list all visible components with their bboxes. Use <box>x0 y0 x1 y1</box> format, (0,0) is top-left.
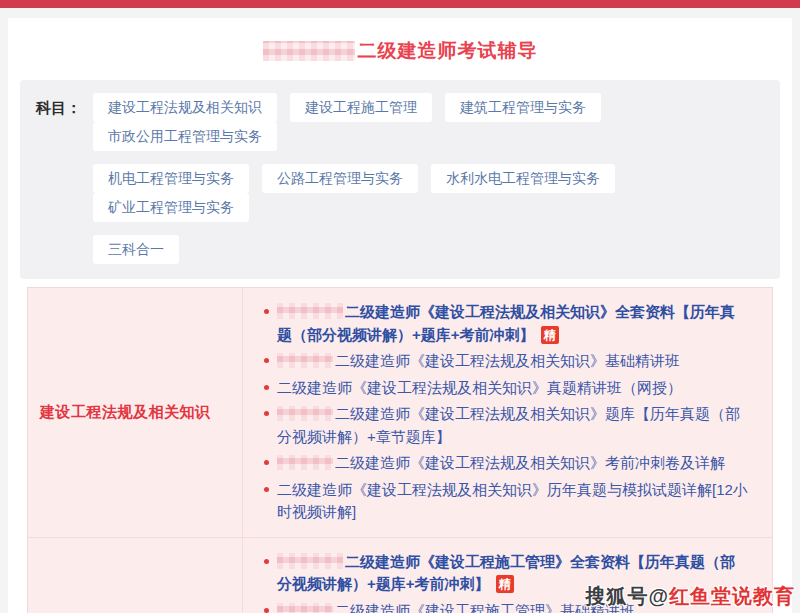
bullet-dot-icon <box>264 559 269 564</box>
subject-button[interactable]: 三科合一 <box>93 235 179 264</box>
featured-badge: 精 <box>496 575 514 593</box>
subject-button-row: 三科合一 <box>93 235 764 264</box>
subject-button[interactable]: 市政公用工程管理与实务 <box>93 122 277 151</box>
subject-button[interactable]: 建设工程施工管理 <box>290 93 432 122</box>
course-link-item[interactable]: 二级建造师《建设工程法规及相关知识》历年真题与模拟试题详解[12小时视频讲解] <box>263 479 748 524</box>
category-cell: 建设工程施工管理 <box>28 538 243 613</box>
subjects-panel: 科目： 建设工程法规及相关知识建设工程施工管理建筑工程管理与实务市政公用工程管理… <box>20 80 780 279</box>
course-link-item[interactable]: 二级建造师《建设工程法规及相关知识》基础精讲班 <box>263 350 748 373</box>
page-title-text: 二级建造师考试辅导 <box>358 40 538 61</box>
category-label: 建设工程法规及相关知识 <box>40 403 211 422</box>
course-link-item[interactable]: 二级建造师《建设工程法规及相关知识》考前冲刺卷及详解 <box>263 452 748 475</box>
redacted-year-blur <box>277 553 343 569</box>
subject-button[interactable]: 建设工程法规及相关知识 <box>93 93 277 122</box>
course-item-text: 二级建造师《建设工程法规及相关知识》基础精讲班 <box>335 352 680 369</box>
course-item-text: 二级建造师《建设工程法规及相关知识》历年真题与模拟试题详解[12小时视频讲解] <box>277 481 748 521</box>
course-item-text: 二级建造师《建设工程法规及相关知识》题库【历年真题（部分视频讲解）+章节题库】 <box>277 405 740 445</box>
subject-button-row: 机电工程管理与实务公路工程管理与实务水利水电工程管理与实务矿业工程管理与实务 <box>93 164 764 222</box>
redacted-year-blur <box>277 353 333 368</box>
redacted-year-blur <box>277 406 333 421</box>
bullet-dot-icon <box>264 487 269 492</box>
watermark-name: 红鱼堂说教育 <box>669 585 795 607</box>
subject-button[interactable]: 公路工程管理与实务 <box>262 164 418 193</box>
bullet-dot-icon <box>264 309 269 314</box>
top-red-bar <box>0 0 800 8</box>
subject-button[interactable]: 建筑工程管理与实务 <box>445 93 601 122</box>
subject-button[interactable]: 机电工程管理与实务 <box>93 164 249 193</box>
bullet-dot-icon <box>264 385 269 390</box>
redacted-year-blur <box>277 303 343 319</box>
course-link-item[interactable]: 二级建造师《建设工程法规及相关知识》题库【历年真题（部分视频讲解）+章节题库】 <box>263 403 748 448</box>
course-items-cell: 二级建造师《建设工程法规及相关知识》全套资料【历年真题（部分视频讲解）+题库+考… <box>243 288 772 537</box>
course-item-text: 二级建造师《建设工程法规及相关知识》考前冲刺卷及详解 <box>335 454 725 471</box>
category-cell: 建设工程法规及相关知识 <box>28 288 243 537</box>
watermark: 搜狐号@红鱼堂说教育 <box>585 583 795 610</box>
bullet-dot-icon <box>264 608 269 613</box>
course-table: 建设工程法规及相关知识 二级建造师《建设工程法规及相关知识》全套资料【历年真题（… <box>27 287 773 613</box>
bullet-dot-icon <box>264 460 269 465</box>
subject-button-row: 建设工程法规及相关知识建设工程施工管理建筑工程管理与实务市政公用工程管理与实务 <box>93 93 764 151</box>
subjects-label: 科目： <box>36 93 81 122</box>
course-link-item[interactable]: 二级建造师《建设工程法规及相关知识》全套资料【历年真题（部分视频讲解）+题库+考… <box>263 301 748 346</box>
redacted-year-blur <box>277 603 333 613</box>
redacted-year-blur <box>277 455 333 470</box>
subject-button-rows: 建设工程法规及相关知识建设工程施工管理建筑工程管理与实务市政公用工程管理与实务机… <box>93 93 764 277</box>
content-card: 二级建造师考试辅导 科目： 建设工程法规及相关知识建设工程施工管理建筑工程管理与… <box>8 18 792 613</box>
watermark-prefix: 搜狐号@ <box>585 585 669 607</box>
bullet-dot-icon <box>264 411 269 416</box>
featured-badge: 精 <box>541 326 559 344</box>
subject-button[interactable]: 水利水电工程管理与实务 <box>431 164 615 193</box>
subject-button[interactable]: 矿业工程管理与实务 <box>93 193 249 222</box>
page-title: 二级建造师考试辅导 <box>14 38 786 64</box>
course-item-text: 二级建造师《建设工程法规及相关知识》真题精讲班（网授） <box>277 379 682 396</box>
course-item-text: 二级建造师《建设工程法规及相关知识》全套资料【历年真题（部分视频讲解）+题库+考… <box>277 303 735 343</box>
course-link-item[interactable]: 二级建造师《建设工程法规及相关知识》真题精讲班（网授） <box>263 377 748 400</box>
course-table-row: 建设工程法规及相关知识 二级建造师《建设工程法规及相关知识》全套资料【历年真题（… <box>28 288 772 538</box>
redacted-year-blur <box>263 41 355 61</box>
bullet-dot-icon <box>264 358 269 363</box>
